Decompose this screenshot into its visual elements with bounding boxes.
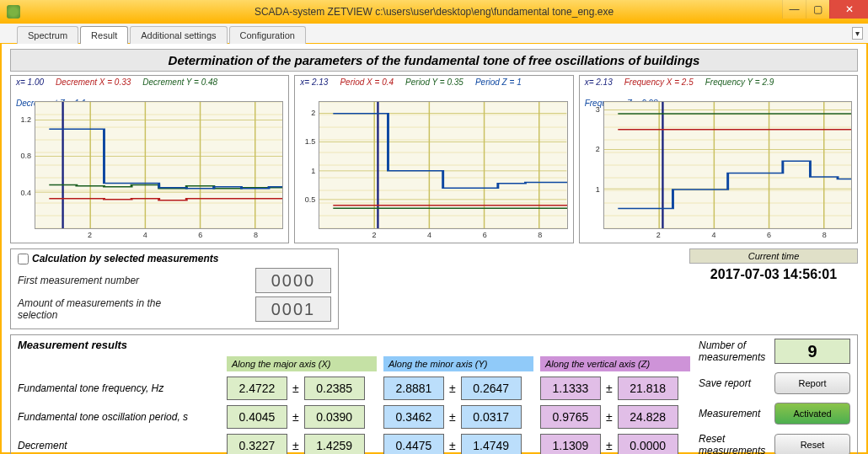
results-left: Measurement results Along the major axis… [18,339,690,454]
plus-minus-icon: ± [604,410,614,424]
first-measurement-value[interactable]: 0000 [255,268,331,293]
tab-overflow-icon[interactable]: ▾ [852,27,863,40]
amount-measurements-value[interactable]: 0001 [255,296,331,322]
result-value: 1.1333 [540,377,601,400]
maximize-button[interactable]: ▢ [806,0,829,19]
y-axis-ticks: 21.510.5 [295,101,317,229]
result-value: 0.9765 [540,405,601,429]
plot-area[interactable] [603,101,852,229]
charts-row: x= 1.00Decrement X = 0.33Decrement Y = 0… [10,75,858,243]
result-uncertainty: 0.2385 [304,377,365,400]
content-area: Determination of the parameters of the f… [0,44,868,454]
save-report-label: Save report [699,377,769,389]
result-value: 0.3462 [383,405,444,429]
result-cell: 1.1333±21.818 [540,377,690,400]
activated-button[interactable]: Activated [774,403,850,425]
result-uncertainty: 0.0000 [618,434,678,454]
tab-additional-settings[interactable]: Additional settings [130,26,227,44]
measurement-results-box: Measurement results Along the major axis… [10,334,858,454]
result-value: 0.4475 [383,434,444,454]
window-controls: — ▢ ✕ [782,0,868,19]
result-value: 1.1309 [540,434,601,454]
result-row-label: Decrement [18,440,220,451]
results-grid: Along the major axis (X) Along the minor… [18,356,690,454]
result-value: 0.3227 [227,434,287,454]
reset-button[interactable]: Reset [774,434,850,454]
y-axis-ticks: 1.20.80.4 [11,101,33,229]
close-button[interactable]: ✕ [829,0,868,19]
reset-measurements-label: Reset measurements [699,433,769,454]
result-uncertainty: 0.2647 [461,377,522,400]
result-cell: 0.3227±1.4259 [227,434,377,454]
chart-decrement: x= 1.00Decrement X = 0.33Decrement Y = 0… [10,75,289,243]
result-value: 2.8881 [383,377,444,400]
result-value: 2.4722 [227,377,287,400]
amount-measurements-label: Amount of measurements in the selection [18,297,186,321]
result-value: 0.4045 [227,405,287,429]
result-uncertainty: 24.828 [618,405,678,429]
plus-minus-icon: ± [291,439,301,452]
result-cell: 2.8881±0.2647 [383,377,533,400]
results-side-panel: Number of measurements 9 Save report Rep… [690,339,850,454]
calc-checkbox-label[interactable]: Calculation by selected measurements [18,253,331,264]
app-icon [7,5,20,19]
result-cell: 2.4722±0.2385 [227,377,377,400]
calc-checkbox[interactable] [18,254,29,264]
report-button[interactable]: Report [774,372,850,394]
calculation-box: Calculation by selected measurements Fir… [10,248,339,329]
tab-configuration[interactable]: Configuration [229,26,306,44]
result-cell: 0.9765±24.828 [540,405,690,429]
plot-area[interactable] [319,101,567,229]
num-measurements-value: 9 [774,339,850,364]
chart-period: x= 2.13Period X = 0.4Period Y = 0.35Peri… [294,75,573,243]
tab-spectrum[interactable]: Spectrum [17,26,78,44]
calc-checkbox-text: Calculation by selected measurements [32,253,218,264]
result-uncertainty: 1.4749 [461,434,522,454]
num-measurements-label: Number of measurements [699,339,769,363]
x-axis-ticks: 2468 [319,231,567,241]
result-row-label: Fundamental tone frequency, Hz [18,382,220,394]
axis-header-y: Along the minor axis (Y) [383,356,533,371]
window-title: SCADA-system ZETVIEW c:\users\user\deskt… [255,6,613,18]
result-uncertainty: 1.4259 [304,434,365,454]
result-uncertainty: 0.0390 [304,405,365,429]
chart-readout: x= 2.13 [585,77,613,87]
plus-minus-icon: ± [604,382,614,395]
chart-readout: Period Y = 0.35 [405,77,463,87]
tab-result[interactable]: Result [80,26,128,44]
minimize-button[interactable]: — [782,0,806,19]
result-uncertainty: 21.818 [618,377,678,400]
result-uncertainty: 0.0317 [461,405,522,429]
current-time-label: Current time [689,248,858,264]
result-row-label: Fundamental tone oscillation period, s [18,411,220,423]
result-cell: 0.3462±0.0317 [383,405,533,429]
plot-area[interactable] [35,101,283,229]
chart-frequency: x= 2.13Frequency X = 2.5Frequency Y = 2.… [579,75,858,243]
plus-minus-icon: ± [447,439,458,452]
axis-header-x: Along the major axis (X) [227,356,377,371]
plus-minus-icon: ± [447,382,458,395]
plus-minus-icon: ± [291,410,301,424]
results-title: Measurement results [18,339,690,351]
chart-readout: x= 2.13 [300,77,328,87]
chart-readout: Period X = 0.4 [340,77,394,87]
chart-readout: Period Z = 1 [475,77,522,87]
chart-readout: Frequency X = 2.5 [624,77,694,87]
page-title: Determination of the parameters of the f… [10,49,858,72]
result-cell: 0.4045±0.0390 [227,405,377,429]
y-axis-ticks: 321 [580,101,602,229]
plus-minus-icon: ± [604,439,614,452]
x-axis-ticks: 2468 [603,231,852,241]
result-cell: 0.4475±1.4749 [383,434,533,454]
current-time-box: Current time 2017-07-03 14:56:01 [689,248,858,329]
chart-readout: Decrement X = 0.33 [56,77,131,87]
chart-readout: Decrement Y = 0.48 [142,77,217,87]
x-axis-ticks: 2468 [35,231,283,241]
measurement-label: Measurement [699,408,769,419]
axis-header-z: Along the vertical axis (Z) [540,356,690,371]
first-measurement-label: First measurement number [18,275,139,286]
chart-readout: Frequency Y = 2.9 [705,77,774,87]
chart-readout: x= 1.00 [16,77,44,87]
window-titlebar: SCADA-system ZETVIEW c:\users\user\deskt… [0,0,868,24]
result-cell: 1.1309±0.0000 [540,434,690,454]
